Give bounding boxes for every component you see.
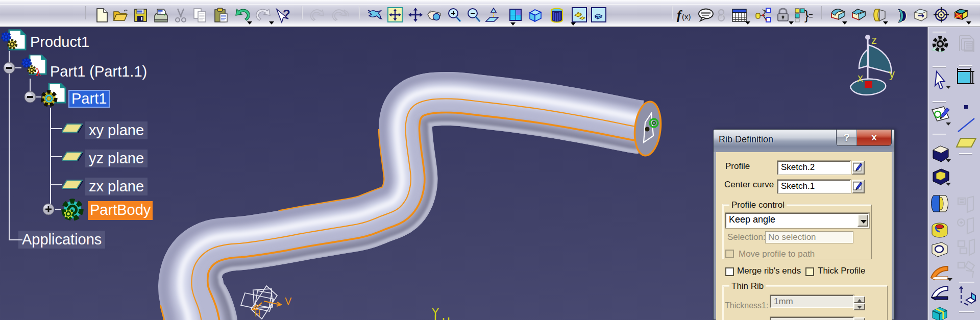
svg-text:z: z xyxy=(871,34,877,46)
svg-text:H: H xyxy=(255,309,261,318)
svg-text:(x): (x) xyxy=(682,12,691,21)
svg-text:λ: λ xyxy=(36,67,41,78)
svg-text:x: x xyxy=(857,71,863,84)
svg-text:y: y xyxy=(889,67,895,80)
svg-text:=: = xyxy=(808,11,813,21)
svg-text:V: V xyxy=(285,296,292,307)
svg-text:?: ? xyxy=(283,7,290,21)
